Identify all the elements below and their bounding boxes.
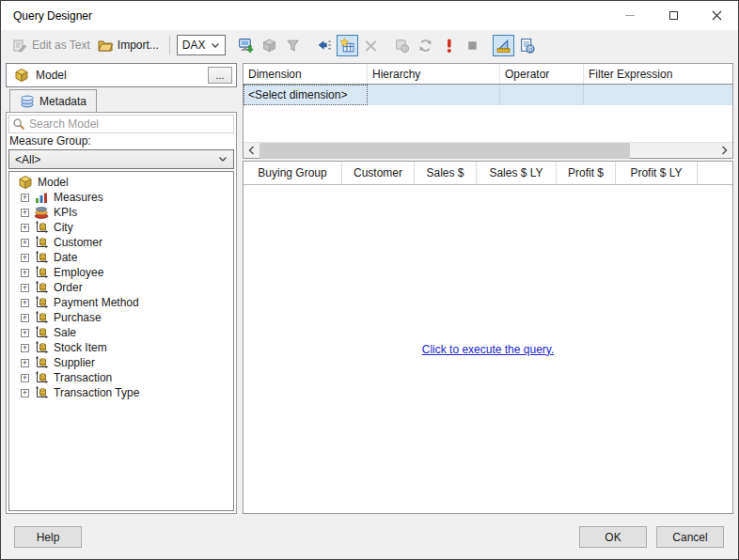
minimize-button[interactable] [608, 1, 652, 30]
tree-item-stock-item[interactable]: + Stock Item [9, 340, 233, 355]
import-button[interactable]: Import... [94, 36, 163, 54]
filter-disabled-icon [285, 38, 301, 54]
stop-button[interactable] [462, 35, 483, 56]
expand-icon[interactable]: + [21, 314, 29, 322]
hierarchy-cell[interactable] [368, 85, 500, 105]
tree-item-label: Employee [54, 266, 103, 279]
search-icon [12, 117, 25, 131]
operator-cell[interactable] [500, 85, 584, 105]
chevron-down-icon [218, 156, 228, 163]
edit-as-text-icon [12, 38, 27, 53]
expand-icon[interactable]: + [21, 344, 29, 352]
results-grid: Buying Group Customer Sales $ Sales $ LY… [243, 161, 733, 514]
help-button[interactable]: Help [14, 526, 82, 548]
chevron-down-icon [211, 42, 220, 49]
expand-icon[interactable]: + [21, 329, 29, 337]
filter-row: <Select dimension> [244, 85, 732, 105]
tree-item-label: Order [54, 281, 83, 294]
expand-icon[interactable]: + [21, 209, 29, 217]
cancel-button[interactable]: Cancel [656, 526, 724, 548]
tree-item-label: Date [54, 251, 77, 264]
tree-item-employee[interactable]: + Employee [9, 265, 233, 280]
expand-icon[interactable]: + [21, 389, 29, 397]
tab-metadata[interactable]: Metadata [9, 89, 97, 112]
tab-metadata-label: Metadata [39, 95, 86, 108]
close-icon [712, 10, 722, 21]
dimension-icon [34, 220, 49, 235]
scroll-right-button[interactable] [716, 143, 732, 159]
result-column-sales-ly: Sales $ LY [477, 162, 557, 184]
expand-icon[interactable]: + [21, 359, 29, 367]
model-header: Model ... [6, 63, 237, 87]
tree-item-sale[interactable]: + Sale [9, 325, 233, 340]
execute-query-button[interactable] [438, 35, 460, 56]
filter-expression-cell[interactable] [584, 85, 732, 105]
scroll-right-icon [721, 146, 728, 155]
measures-icon [34, 190, 49, 205]
dimension-icon [34, 340, 49, 355]
model-more-button[interactable]: ... [208, 67, 232, 84]
expand-icon[interactable]: + [21, 374, 29, 382]
main-area: Model ... Metadata Measure Group: <All> [6, 63, 733, 514]
tree-item-kpis[interactable]: + KPIs [9, 205, 233, 220]
tree-item-label: Transaction [54, 371, 112, 384]
select-dimension-cell[interactable]: <Select dimension> [244, 85, 368, 105]
tree-item-city[interactable]: + City [9, 220, 233, 235]
tree-item-measures[interactable]: + Measures [9, 190, 233, 205]
scroll-left-button[interactable] [244, 143, 259, 159]
expand-icon[interactable]: + [21, 284, 29, 292]
close-button[interactable] [695, 1, 738, 30]
tree-item-customer[interactable]: + Customer [9, 235, 233, 250]
toolbar-separator [169, 36, 170, 54]
toolbar-icon-group: @ @ [235, 35, 538, 56]
query-parameters-button[interactable]: @ [516, 35, 538, 56]
expand-icon[interactable]: + [21, 194, 29, 202]
parameters-button[interactable]: @ [391, 35, 413, 56]
expand-icon[interactable]: + [21, 239, 29, 247]
expand-icon[interactable]: + [21, 224, 29, 232]
add-calculated-member-button[interactable] [337, 35, 358, 56]
tree-item-transaction-type[interactable]: + Transaction Type [9, 385, 233, 400]
cube-icon [14, 68, 29, 83]
metadata-tree: Model + Measures + KPIs + [8, 171, 234, 511]
show-aggregations-button[interactable] [313, 35, 335, 56]
window-controls [608, 1, 738, 30]
tree-item-label: City [54, 221, 73, 234]
edit-connection-button[interactable] [235, 35, 257, 56]
execute-query-link[interactable]: Click to execute the query. [422, 343, 555, 356]
scrollbar-thumb[interactable] [259, 143, 630, 159]
tree-item-label: Payment Method [54, 296, 139, 309]
tree-item-supplier[interactable]: + Supplier [9, 355, 233, 370]
search-model-input[interactable] [29, 117, 230, 131]
design-mode-button[interactable] [493, 35, 514, 56]
refresh-disabled-icon [417, 38, 433, 54]
tree-item-transaction[interactable]: + Transaction [9, 370, 233, 385]
tree-item-purchase[interactable]: + Purchase [9, 310, 233, 325]
edit-as-text-button[interactable]: Edit as Text [8, 36, 94, 54]
horizontal-scrollbar [244, 142, 732, 158]
query-language-combobox[interactable]: DAX [177, 35, 226, 55]
delete-button[interactable] [360, 35, 382, 56]
dimension-icon [34, 280, 49, 295]
maximize-button[interactable] [652, 1, 695, 30]
design-mode-icon [495, 38, 511, 54]
expand-icon[interactable]: + [21, 254, 29, 262]
expand-icon[interactable]: + [21, 269, 29, 277]
dimension-icon [34, 325, 49, 340]
expand-icon[interactable]: + [21, 299, 29, 307]
tree-item-model-root[interactable]: Model [9, 175, 233, 190]
cube-disabled-icon [261, 38, 277, 54]
filter-column-filter-expression: Filter Expression [584, 64, 732, 84]
refresh-button[interactable] [415, 35, 436, 56]
stop-square-icon [464, 38, 480, 54]
tree-item-label: Sale [54, 326, 76, 339]
filter-button[interactable] [282, 35, 304, 56]
tree-item-date[interactable]: + Date [9, 250, 233, 265]
measure-group-value: <All> [15, 153, 40, 166]
cube-selection-button[interactable] [259, 35, 280, 56]
tree-item-label: Transaction Type [54, 386, 139, 399]
tree-item-order[interactable]: + Order [9, 280, 233, 295]
ok-button[interactable]: OK [579, 526, 647, 548]
measure-group-combobox[interactable]: <All> [8, 149, 234, 169]
tree-item-payment-method[interactable]: + Payment Method [9, 295, 233, 310]
